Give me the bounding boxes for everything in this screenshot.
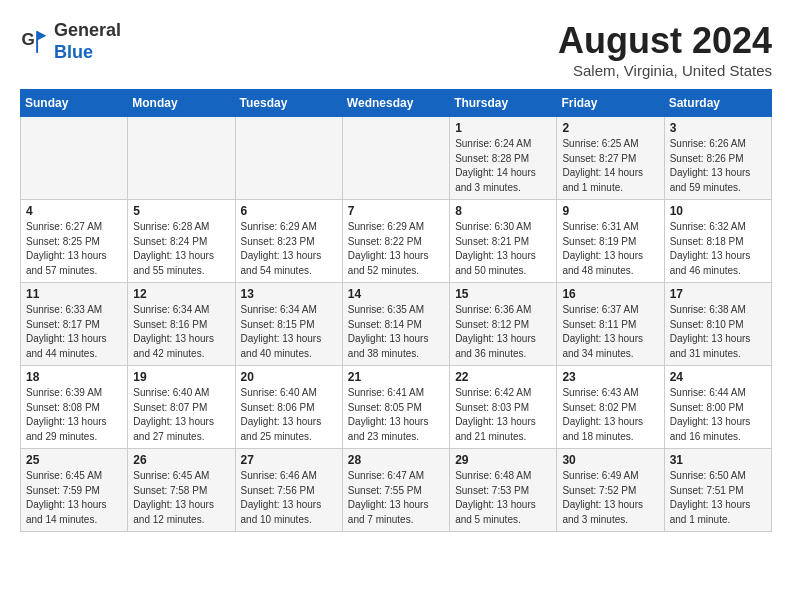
day-header-sunday: Sunday	[21, 90, 128, 117]
day-info: Sunrise: 6:39 AM Sunset: 8:08 PM Dayligh…	[26, 386, 122, 444]
day-cell-16: 16Sunrise: 6:37 AM Sunset: 8:11 PM Dayli…	[557, 283, 664, 366]
day-number: 24	[670, 370, 766, 384]
day-number: 19	[133, 370, 229, 384]
day-number: 11	[26, 287, 122, 301]
day-number: 2	[562, 121, 658, 135]
day-cell-9: 9Sunrise: 6:31 AM Sunset: 8:19 PM Daylig…	[557, 200, 664, 283]
day-cell-23: 23Sunrise: 6:43 AM Sunset: 8:02 PM Dayli…	[557, 366, 664, 449]
day-cell-10: 10Sunrise: 6:32 AM Sunset: 8:18 PM Dayli…	[664, 200, 771, 283]
day-info: Sunrise: 6:35 AM Sunset: 8:14 PM Dayligh…	[348, 303, 444, 361]
day-number: 9	[562, 204, 658, 218]
day-cell-8: 8Sunrise: 6:30 AM Sunset: 8:21 PM Daylig…	[450, 200, 557, 283]
day-number: 30	[562, 453, 658, 467]
day-info: Sunrise: 6:29 AM Sunset: 8:22 PM Dayligh…	[348, 220, 444, 278]
day-cell-12: 12Sunrise: 6:34 AM Sunset: 8:16 PM Dayli…	[128, 283, 235, 366]
day-cell-13: 13Sunrise: 6:34 AM Sunset: 8:15 PM Dayli…	[235, 283, 342, 366]
day-header-monday: Monday	[128, 90, 235, 117]
day-cell-27: 27Sunrise: 6:46 AM Sunset: 7:56 PM Dayli…	[235, 449, 342, 532]
day-cell-11: 11Sunrise: 6:33 AM Sunset: 8:17 PM Dayli…	[21, 283, 128, 366]
day-header-thursday: Thursday	[450, 90, 557, 117]
day-header-wednesday: Wednesday	[342, 90, 449, 117]
week-row-2: 4Sunrise: 6:27 AM Sunset: 8:25 PM Daylig…	[21, 200, 772, 283]
day-number: 28	[348, 453, 444, 467]
day-info: Sunrise: 6:24 AM Sunset: 8:28 PM Dayligh…	[455, 137, 551, 195]
day-cell-2: 2Sunrise: 6:25 AM Sunset: 8:27 PM Daylig…	[557, 117, 664, 200]
day-number: 1	[455, 121, 551, 135]
day-cell-29: 29Sunrise: 6:48 AM Sunset: 7:53 PM Dayli…	[450, 449, 557, 532]
day-number: 31	[670, 453, 766, 467]
calendar-table: SundayMondayTuesdayWednesdayThursdayFrid…	[20, 89, 772, 532]
day-cell-18: 18Sunrise: 6:39 AM Sunset: 8:08 PM Dayli…	[21, 366, 128, 449]
day-info: Sunrise: 6:47 AM Sunset: 7:55 PM Dayligh…	[348, 469, 444, 527]
day-number: 29	[455, 453, 551, 467]
day-number: 27	[241, 453, 337, 467]
empty-cell	[235, 117, 342, 200]
day-info: Sunrise: 6:46 AM Sunset: 7:56 PM Dayligh…	[241, 469, 337, 527]
logo-icon: G	[20, 28, 48, 56]
logo-text: General Blue	[54, 20, 121, 63]
day-number: 18	[26, 370, 122, 384]
day-info: Sunrise: 6:25 AM Sunset: 8:27 PM Dayligh…	[562, 137, 658, 195]
day-info: Sunrise: 6:32 AM Sunset: 8:18 PM Dayligh…	[670, 220, 766, 278]
week-row-5: 25Sunrise: 6:45 AM Sunset: 7:59 PM Dayli…	[21, 449, 772, 532]
day-cell-19: 19Sunrise: 6:40 AM Sunset: 8:07 PM Dayli…	[128, 366, 235, 449]
day-info: Sunrise: 6:48 AM Sunset: 7:53 PM Dayligh…	[455, 469, 551, 527]
empty-cell	[128, 117, 235, 200]
day-info: Sunrise: 6:50 AM Sunset: 7:51 PM Dayligh…	[670, 469, 766, 527]
day-cell-3: 3Sunrise: 6:26 AM Sunset: 8:26 PM Daylig…	[664, 117, 771, 200]
day-number: 17	[670, 287, 766, 301]
day-number: 6	[241, 204, 337, 218]
day-info: Sunrise: 6:34 AM Sunset: 8:16 PM Dayligh…	[133, 303, 229, 361]
week-row-4: 18Sunrise: 6:39 AM Sunset: 8:08 PM Dayli…	[21, 366, 772, 449]
day-number: 8	[455, 204, 551, 218]
day-number: 21	[348, 370, 444, 384]
day-cell-31: 31Sunrise: 6:50 AM Sunset: 7:51 PM Dayli…	[664, 449, 771, 532]
day-cell-24: 24Sunrise: 6:44 AM Sunset: 8:00 PM Dayli…	[664, 366, 771, 449]
day-number: 4	[26, 204, 122, 218]
day-info: Sunrise: 6:36 AM Sunset: 8:12 PM Dayligh…	[455, 303, 551, 361]
day-info: Sunrise: 6:28 AM Sunset: 8:24 PM Dayligh…	[133, 220, 229, 278]
calendar-subtitle: Salem, Virginia, United States	[558, 62, 772, 79]
day-info: Sunrise: 6:45 AM Sunset: 7:59 PM Dayligh…	[26, 469, 122, 527]
day-cell-1: 1Sunrise: 6:24 AM Sunset: 8:28 PM Daylig…	[450, 117, 557, 200]
empty-cell	[21, 117, 128, 200]
day-number: 22	[455, 370, 551, 384]
day-cell-22: 22Sunrise: 6:42 AM Sunset: 8:03 PM Dayli…	[450, 366, 557, 449]
day-info: Sunrise: 6:34 AM Sunset: 8:15 PM Dayligh…	[241, 303, 337, 361]
svg-marker-2	[37, 31, 46, 40]
day-number: 10	[670, 204, 766, 218]
day-cell-4: 4Sunrise: 6:27 AM Sunset: 8:25 PM Daylig…	[21, 200, 128, 283]
day-number: 20	[241, 370, 337, 384]
day-cell-15: 15Sunrise: 6:36 AM Sunset: 8:12 PM Dayli…	[450, 283, 557, 366]
day-cell-7: 7Sunrise: 6:29 AM Sunset: 8:22 PM Daylig…	[342, 200, 449, 283]
day-info: Sunrise: 6:49 AM Sunset: 7:52 PM Dayligh…	[562, 469, 658, 527]
week-row-1: 1Sunrise: 6:24 AM Sunset: 8:28 PM Daylig…	[21, 117, 772, 200]
day-number: 7	[348, 204, 444, 218]
day-cell-25: 25Sunrise: 6:45 AM Sunset: 7:59 PM Dayli…	[21, 449, 128, 532]
day-cell-20: 20Sunrise: 6:40 AM Sunset: 8:06 PM Dayli…	[235, 366, 342, 449]
calendar-title: August 2024	[558, 20, 772, 62]
day-info: Sunrise: 6:43 AM Sunset: 8:02 PM Dayligh…	[562, 386, 658, 444]
day-cell-26: 26Sunrise: 6:45 AM Sunset: 7:58 PM Dayli…	[128, 449, 235, 532]
day-number: 12	[133, 287, 229, 301]
day-info: Sunrise: 6:37 AM Sunset: 8:11 PM Dayligh…	[562, 303, 658, 361]
empty-cell	[342, 117, 449, 200]
day-info: Sunrise: 6:33 AM Sunset: 8:17 PM Dayligh…	[26, 303, 122, 361]
day-info: Sunrise: 6:44 AM Sunset: 8:00 PM Dayligh…	[670, 386, 766, 444]
page-header: G General Blue August 2024 Salem, Virgin…	[20, 20, 772, 79]
day-number: 3	[670, 121, 766, 135]
day-cell-21: 21Sunrise: 6:41 AM Sunset: 8:05 PM Dayli…	[342, 366, 449, 449]
day-info: Sunrise: 6:26 AM Sunset: 8:26 PM Dayligh…	[670, 137, 766, 195]
day-cell-17: 17Sunrise: 6:38 AM Sunset: 8:10 PM Dayli…	[664, 283, 771, 366]
day-info: Sunrise: 6:40 AM Sunset: 8:07 PM Dayligh…	[133, 386, 229, 444]
title-block: August 2024 Salem, Virginia, United Stat…	[558, 20, 772, 79]
day-header-friday: Friday	[557, 90, 664, 117]
day-info: Sunrise: 6:42 AM Sunset: 8:03 PM Dayligh…	[455, 386, 551, 444]
day-cell-5: 5Sunrise: 6:28 AM Sunset: 8:24 PM Daylig…	[128, 200, 235, 283]
day-cell-28: 28Sunrise: 6:47 AM Sunset: 7:55 PM Dayli…	[342, 449, 449, 532]
day-info: Sunrise: 6:27 AM Sunset: 8:25 PM Dayligh…	[26, 220, 122, 278]
day-number: 14	[348, 287, 444, 301]
day-cell-14: 14Sunrise: 6:35 AM Sunset: 8:14 PM Dayli…	[342, 283, 449, 366]
day-number: 13	[241, 287, 337, 301]
day-cell-30: 30Sunrise: 6:49 AM Sunset: 7:52 PM Dayli…	[557, 449, 664, 532]
